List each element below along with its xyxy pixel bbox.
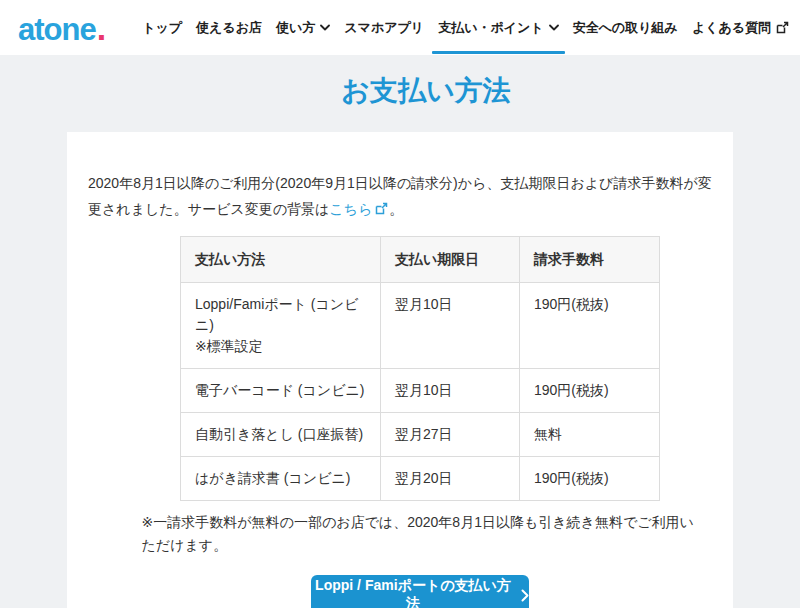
footnote: ※一請求手数料が無料の一部のお店では、2020年8月1日以降も引き続き無料でご利…: [142, 511, 699, 557]
intro-link-text: こちら: [329, 201, 372, 217]
cell-due-date: 翌月27日: [381, 413, 520, 457]
logo-text: atone: [18, 14, 96, 45]
nav-label: 安全への取り組み: [573, 19, 678, 37]
cell-method: Loppi/Famiポート (コンビニ) ※標準設定: [181, 283, 381, 369]
site-header: atone. トップ 使えるお店 使い方 スマホアプリ 支払い・ポイント 安全へ…: [0, 0, 800, 55]
method-name: 電子バーコード (コンビニ): [195, 380, 366, 401]
table-row: 自動引き落とし (口座振替) 翌月27日 無料: [181, 413, 660, 457]
nav-item-payment-points[interactable]: 支払い・ポイント: [431, 0, 566, 55]
active-tab-underline: [432, 51, 565, 54]
nav-label: トップ: [142, 19, 182, 37]
chevron-down-icon: [549, 24, 559, 31]
nav-item-faq[interactable]: よくある質問: [685, 0, 796, 55]
nav-item-top[interactable]: トップ: [135, 0, 189, 55]
page-title: お支払い方法: [0, 55, 800, 132]
external-link-icon: [776, 21, 789, 34]
payment-table: 支払い方法 支払い期限日 請求手数料 Loppi/Famiポート (コンビニ) …: [180, 236, 660, 501]
method-note: ※標準設定: [195, 336, 366, 357]
intro-paragraph: 2020年8月1日以降のご利用分(2020年9月1日以降の請求分)から、支払期限…: [88, 170, 712, 222]
method-name: はがき請求書 (コンビニ): [195, 468, 366, 489]
intro-link[interactable]: こちら: [329, 201, 389, 217]
atone-logo[interactable]: atone.: [18, 11, 105, 45]
chevron-down-icon: [320, 24, 330, 31]
cell-due-date: 翌月10日: [381, 369, 520, 413]
center-zone: 支払い方法 支払い期限日 請求手数料 Loppi/Famiポート (コンビニ) …: [88, 236, 712, 608]
column-header-method: 支払い方法: [181, 237, 381, 283]
nav-label: 支払い・ポイント: [438, 19, 544, 37]
loppi-famiport-payment-method-button[interactable]: Loppi / Famiポートの支払い方法: [311, 575, 529, 608]
nav-label: よくある質問: [692, 19, 771, 37]
nav-item-how-to-use[interactable]: 使い方: [269, 0, 337, 55]
method-name: Loppi/Famiポート (コンビニ): [195, 294, 366, 336]
nav-item-usable-shops[interactable]: 使えるお店: [189, 0, 269, 55]
nav-label: 使い方: [276, 19, 315, 37]
method-name: 自動引き落とし (口座振替): [195, 424, 366, 445]
logo-dot: .: [97, 11, 105, 45]
cell-fee: 無料: [520, 413, 660, 457]
cta-label: Loppi / Famiポートの支払い方法: [311, 577, 515, 608]
chevron-right-icon: [521, 589, 529, 602]
cell-method: 自動引き落とし (口座振替): [181, 413, 381, 457]
cell-fee: 190円(税抜): [520, 283, 660, 369]
nav-item-smartphone-app[interactable]: スマホアプリ: [337, 0, 431, 55]
cell-method: はがき請求書 (コンビニ): [181, 457, 381, 501]
cell-due-date: 翌月10日: [381, 283, 520, 369]
table-row: 電子バーコード (コンビニ) 翌月10日 190円(税抜): [181, 369, 660, 413]
table-row: はがき請求書 (コンビニ) 翌月20日 190円(税抜): [181, 457, 660, 501]
intro-text-after: 。: [389, 201, 403, 217]
cell-fee: 190円(税抜): [520, 369, 660, 413]
cell-fee: 190円(税抜): [520, 457, 660, 501]
nav-label: スマホアプリ: [344, 19, 424, 37]
table-header-row: 支払い方法 支払い期限日 請求手数料: [181, 237, 660, 283]
content-card: 2020年8月1日以降のご利用分(2020年9月1日以降の請求分)から、支払期限…: [67, 132, 733, 608]
column-header-due-date: 支払い期限日: [381, 237, 520, 283]
cell-due-date: 翌月20日: [381, 457, 520, 501]
column-header-fee: 請求手数料: [520, 237, 660, 283]
external-link-icon: [375, 202, 388, 215]
cell-method: 電子バーコード (コンビニ): [181, 369, 381, 413]
main-nav: トップ 使えるお店 使い方 スマホアプリ 支払い・ポイント 安全への取り組み よ…: [135, 0, 796, 55]
table-row: Loppi/Famiポート (コンビニ) ※標準設定 翌月10日 190円(税抜…: [181, 283, 660, 369]
nav-item-safety-efforts[interactable]: 安全への取り組み: [566, 0, 685, 55]
nav-label: 使えるお店: [196, 19, 262, 37]
